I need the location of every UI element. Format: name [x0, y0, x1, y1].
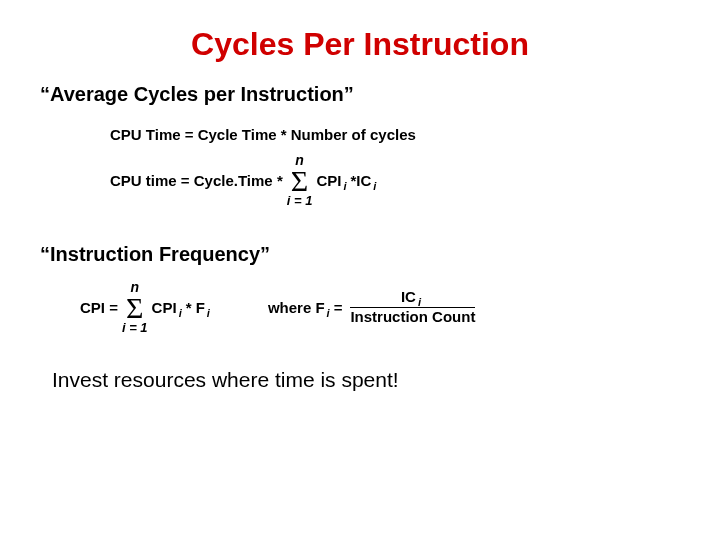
where-sub-i: i [327, 307, 330, 319]
eq3-cpi: CPI [152, 299, 177, 316]
equation-cpu-time-simple: CPU Time = Cycle Time * Number of cycles [110, 126, 720, 143]
sigma-block-2: n Σ i = 1 [122, 280, 148, 334]
eq3-term: CPI i * F i [152, 299, 214, 316]
where-text: where F [268, 299, 325, 316]
heading-avg-cpi: “Average Cycles per Instruction” [40, 83, 720, 106]
fraction-ic-over-count: IC i Instruction Count [350, 289, 475, 325]
eq2-cpi: CPI [316, 172, 341, 189]
eq2-sub-i1: i [343, 180, 346, 192]
sigma-icon: Σ [291, 167, 308, 194]
eq3-lhs: CPI = [80, 299, 118, 316]
slide-title: Cycles Per Instruction [0, 0, 720, 71]
eq2-rhs-term: CPI i * IC i [316, 172, 380, 189]
where-equals: = [334, 299, 343, 316]
eq2-lhs: CPU time = Cycle.Time * [110, 172, 283, 189]
eq2-ic: IC [356, 172, 371, 189]
eq3-star-f: * F [186, 299, 205, 316]
eq3-sub-i1: i [179, 307, 182, 319]
where-clause: where F i = IC i Instruction Count [268, 289, 476, 325]
heading-instr-freq: “Instruction Frequency” [40, 243, 720, 266]
frac-bot-text: Instruction Count [350, 308, 475, 326]
eq2-sub-i2: i [373, 180, 376, 192]
sigma2-lower-i: i = 1 [122, 321, 148, 334]
closing-statement: Invest resources where time is spent! [52, 368, 720, 392]
equation-cpu-time-sum: CPU time = Cycle.Time * n Σ i = 1 CPI i … [110, 153, 720, 207]
frac-top-sub: i [418, 296, 421, 308]
sigma-icon-2: Σ [126, 294, 143, 321]
equation-cpi-sum: CPI = n Σ i = 1 CPI i * F i where F i = … [80, 280, 720, 334]
sigma-block-1: n Σ i = 1 [287, 153, 313, 207]
frac-top-ic: IC [401, 289, 416, 306]
eq3-sub-i2: i [207, 307, 210, 319]
sigma-lower-i: i = 1 [287, 194, 313, 207]
